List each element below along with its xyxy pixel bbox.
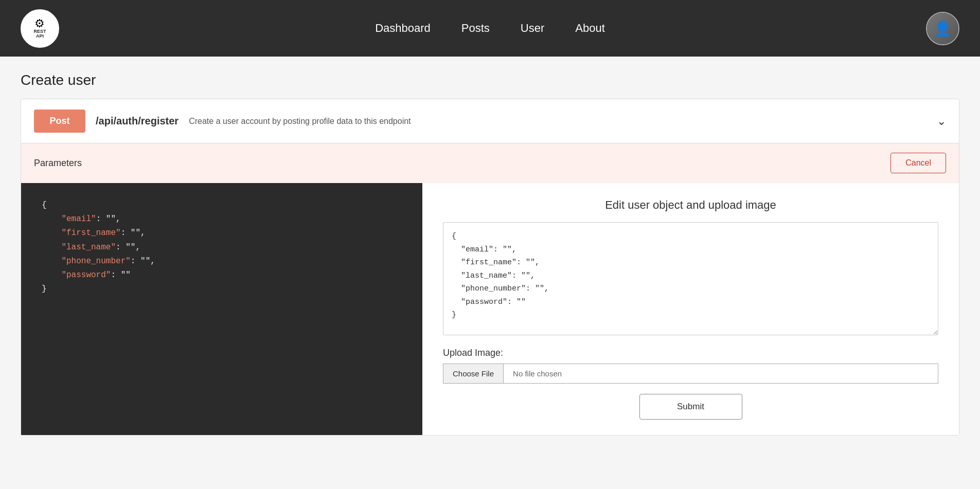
chevron-down-icon[interactable]: ⌄: [937, 115, 946, 128]
avatar-image: 👤: [927, 13, 958, 44]
cancel-button[interactable]: Cancel: [890, 153, 946, 173]
endpoint-header: Post /api/auth/register Create a user ac…: [21, 99, 959, 143]
page-title: Create user: [21, 72, 959, 88]
main-body: { "email": "", "first_name": "", "last_n…: [21, 183, 959, 435]
nav-link-about[interactable]: About: [575, 22, 605, 35]
file-name-display: No file chosen: [503, 364, 938, 384]
parameters-section: Parameters Cancel: [21, 143, 959, 183]
endpoint-description: Create a user account by posting profile…: [189, 117, 926, 126]
avatar[interactable]: 👤: [926, 12, 959, 45]
upload-section: Upload Image: Choose File No file chosen: [443, 348, 938, 384]
gear-icon: ⚙: [34, 18, 45, 29]
code-panel: { "email": "", "first_name": "", "last_n…: [21, 183, 422, 435]
code-content: { "email": "", "first_name": "", "last_n…: [42, 198, 402, 296]
json-editor[interactable]: { "email": "", "first_name": "", "last_n…: [443, 222, 938, 335]
edit-panel-title: Edit user object and upload image: [443, 198, 938, 212]
navbar: ⚙ RESTAPI Dashboard Posts User About 👤: [0, 0, 980, 57]
submit-button[interactable]: Submit: [639, 394, 742, 420]
nav-link-dashboard[interactable]: Dashboard: [375, 22, 431, 35]
logo[interactable]: ⚙ RESTAPI: [21, 9, 59, 48]
page-content: Create user Post /api/auth/register Crea…: [0, 57, 980, 451]
endpoint-card: Post /api/auth/register Create a user ac…: [21, 99, 959, 436]
upload-label: Upload Image:: [443, 348, 938, 358]
logo-text: RESTAPI: [33, 29, 46, 39]
post-badge[interactable]: Post: [34, 110, 85, 133]
parameters-label: Parameters: [34, 158, 82, 169]
edit-panel: Edit user object and upload image { "ema…: [422, 183, 959, 435]
nav-link-posts[interactable]: Posts: [461, 22, 490, 35]
choose-file-button[interactable]: Choose File: [443, 364, 503, 384]
nav-links: Dashboard Posts User About: [375, 22, 605, 35]
nav-link-user[interactable]: User: [521, 22, 544, 35]
endpoint-path: /api/auth/register: [96, 115, 179, 127]
file-input-wrapper: Choose File No file chosen: [443, 364, 938, 384]
